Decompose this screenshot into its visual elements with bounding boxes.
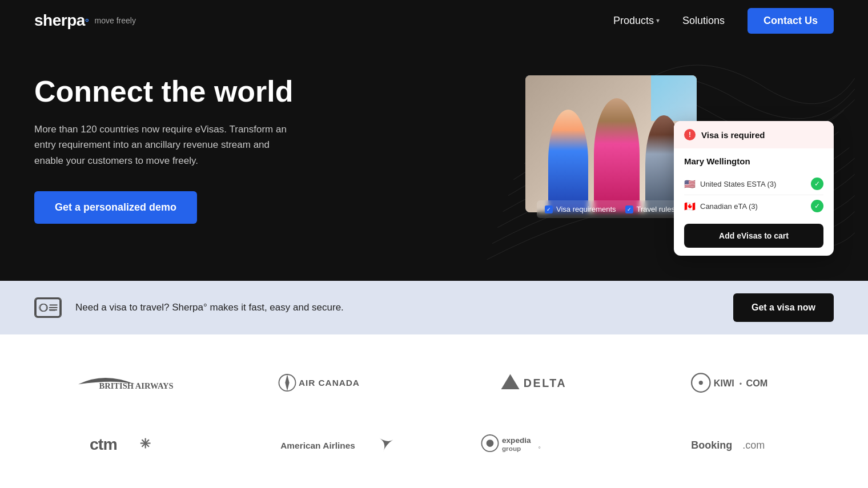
svg-point-1	[40, 304, 47, 312]
logo-booking: Booking .com	[642, 424, 834, 466]
svg-text:DELTA: DELTA	[523, 377, 566, 389]
logo-lufthansa: Lufthansa	[34, 484, 226, 488]
chevron-down-icon: ▾	[656, 17, 660, 25]
visa-item-ca: 🇨🇦 Canadian eTA (3) ✓	[684, 195, 823, 217]
visa-required-text: Visa is required	[701, 130, 765, 140]
logos-section: BRITISH AIRWAYS AIR CANADA DELTA	[0, 334, 868, 488]
svg-text:.com: .com	[742, 439, 765, 451]
hero-section: Connect the world More than 120 countrie…	[0, 41, 868, 281]
ca-eta-label: Canadian eTA (3)	[700, 202, 806, 211]
logo[interactable]: sherpa° move freely	[34, 11, 136, 30]
svg-rect-0	[36, 299, 60, 316]
navigation: sherpa° move freely Products ▾ Solutions…	[0, 0, 868, 41]
logo-delta: DELTA	[440, 363, 631, 405]
logo-korean-air: KOREAN AIR	[642, 484, 834, 488]
nav-solutions[interactable]: Solutions	[682, 15, 725, 27]
svg-marker-8	[501, 374, 519, 389]
svg-text:•: •	[739, 380, 741, 388]
hero-image	[525, 75, 697, 212]
us-esta-label: United States ESTA (3)	[700, 180, 806, 188]
visa-req-checkbox[interactable]: ✓ Visa requirements	[545, 205, 616, 213]
svg-text:expedia: expedia	[501, 436, 531, 445]
logo-wordmark: sherpa°	[34, 11, 89, 30]
checkbox-row: ✓ Visa requirements ✓ Travel rules	[537, 200, 683, 218]
travel-rules-checkbox[interactable]: ✓ Travel rules	[625, 205, 675, 213]
logo-condor: condor	[440, 484, 631, 488]
svg-text:KIWI: KIWI	[713, 378, 734, 388]
get-visa-button[interactable]: Get a visa now	[733, 293, 834, 322]
us-flag-icon: 🇺🇸	[684, 179, 696, 189]
check-icon-us: ✓	[811, 178, 823, 190]
travel-rules-label: Travel rules	[637, 205, 675, 213]
svg-point-22	[486, 439, 493, 447]
visa-card-body: Mary Wellington 🇺🇸 United States ESTA (3…	[674, 148, 834, 256]
svg-text:°: °	[538, 445, 540, 452]
logo-american-airlines: American Airlines	[237, 424, 428, 466]
logo-star-alliance: STAR ALLIANCE THE WAY THE EARTH CONNECTS	[237, 484, 428, 488]
visa-card: ! Visa is required Mary Wellington 🇺🇸 Un…	[674, 121, 834, 256]
svg-text:COM: COM	[746, 378, 767, 388]
demo-button[interactable]: Get a personalized demo	[34, 191, 197, 224]
hero-visual: ✓ Visa requirements ✓ Travel rules ! Vis…	[525, 75, 834, 212]
hero-description: More than 120 countries now require eVis…	[34, 122, 297, 168]
svg-text:American Airlines: American Airlines	[280, 441, 355, 450]
logo-ctm: ctm	[34, 424, 226, 466]
banner-text: Need a visa to travel? Sherpa° makes it …	[75, 302, 720, 313]
visa-req-label: Visa requirements	[556, 205, 616, 213]
hero-content: Connect the world More than 120 countrie…	[34, 75, 297, 224]
svg-text:AIR CANADA: AIR CANADA	[299, 378, 360, 388]
svg-text:BRITISH AIRWAYS: BRITISH AIRWAYS	[99, 381, 173, 390]
traveler-name: Mary Wellington	[684, 156, 823, 166]
svg-text:ctm: ctm	[89, 435, 116, 453]
contact-us-button[interactable]: Contact Us	[748, 8, 834, 34]
ca-flag-icon: 🇨🇦	[684, 201, 696, 212]
check-icon-ca: ✓	[811, 200, 823, 212]
id-card-icon	[34, 297, 62, 318]
hero-title: Connect the world	[34, 75, 297, 108]
visa-banner: Need a visa to travel? Sherpa° makes it …	[0, 281, 868, 334]
add-evisas-button[interactable]: Add eVisas to cart	[684, 224, 823, 248]
logos-grid: BRITISH AIRWAYS AIR CANADA DELTA	[34, 363, 834, 488]
svg-text:group: group	[501, 445, 520, 453]
checkbox-icon: ✓	[545, 205, 553, 213]
nav-products[interactable]: Products ▾	[613, 15, 660, 27]
visa-required-icon: !	[684, 129, 696, 140]
svg-text:Booking: Booking	[691, 439, 732, 451]
logo-air-canada: AIR CANADA	[237, 363, 428, 405]
svg-point-11	[698, 381, 702, 385]
logo-british-airways: BRITISH AIRWAYS	[34, 363, 226, 405]
logo-tagline: move freely	[95, 16, 136, 25]
nav-links: Products ▾ Solutions Contact Us	[613, 8, 834, 34]
visa-item-us: 🇺🇸 United States ESTA (3) ✓	[684, 173, 823, 195]
visa-card-header: ! Visa is required	[674, 121, 834, 148]
checkbox-icon-2: ✓	[625, 205, 633, 213]
logo-expedia: expedia group °	[440, 424, 631, 466]
logo-kiwi: KIWI • COM	[642, 363, 834, 405]
